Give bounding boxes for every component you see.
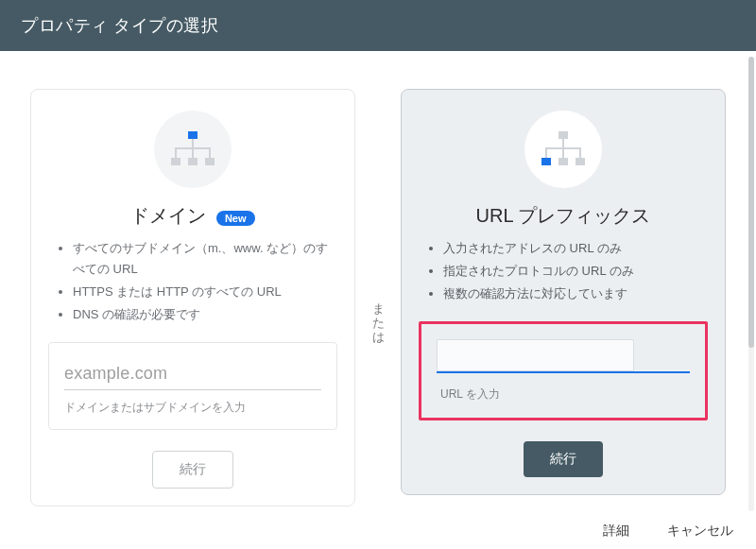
domain-input-block[interactable]: example.com ドメインまたはサブドメインを入力 [48, 342, 337, 430]
domain-input-hint: ドメインまたはサブドメインを入力 [64, 400, 321, 416]
list-item: 入力されたアドレスの URL のみ [443, 238, 708, 259]
svg-rect-2 [188, 158, 198, 165]
details-link[interactable]: 詳細 [603, 523, 629, 540]
vertical-scrollbar[interactable] [748, 57, 754, 511]
modal-title: プロパティ タイプの選択 [21, 14, 218, 37]
svg-rect-4 [558, 131, 568, 139]
sitemap-icon [538, 129, 589, 169]
list-item: DNS の確認が必要です [73, 304, 337, 325]
domain-title-row: ドメイン New [48, 203, 337, 229]
url-icon-circle [524, 111, 602, 188]
url-title-row: URL プレフィックス [419, 203, 708, 229]
svg-rect-0 [188, 131, 198, 139]
property-card-domain[interactable]: ドメイン New すべてのサブドメイン（m.、www. など）のすべての URL… [30, 89, 355, 506]
domain-icon-circle [154, 111, 232, 188]
domain-card-title: ドメイン [130, 203, 206, 229]
svg-rect-6 [558, 158, 568, 165]
url-input-underline [437, 371, 690, 373]
cancel-button[interactable]: キャンセル [667, 523, 733, 540]
svg-rect-7 [576, 158, 585, 165]
url-bullet-list: 入力されたアドレスの URL のみ 指定されたプロトコルの URL のみ 複数の… [419, 238, 708, 304]
svg-rect-5 [541, 158, 551, 165]
svg-rect-3 [205, 158, 215, 165]
list-item: HTTPS または HTTP のすべての URL [73, 282, 337, 302]
new-badge: New [216, 211, 255, 226]
svg-rect-1 [171, 158, 180, 165]
divider-or: または [369, 89, 387, 344]
domain-input[interactable]: example.com [64, 364, 321, 384]
scrollbar-thumb[interactable] [748, 57, 754, 348]
url-input[interactable] [437, 339, 634, 371]
list-item: 複数の確認方法に対応しています [443, 283, 708, 304]
content-area: ドメイン New すべてのサブドメイン（m.、www. など）のすべての URL… [0, 51, 756, 506]
sitemap-icon [167, 129, 218, 169]
url-input-hint: URL を入力 [437, 386, 690, 403]
domain-bullet-list: すべてのサブドメイン（m.、www. など）のすべての URL HTTPS また… [48, 238, 337, 325]
domain-continue-button[interactable]: 続行 [152, 451, 233, 489]
list-item: 指定されたプロトコルの URL のみ [443, 261, 708, 282]
url-card-title: URL プレフィックス [476, 203, 651, 229]
input-underline [64, 389, 321, 390]
url-continue-button[interactable]: 続行 [524, 441, 603, 477]
url-input-highlight: URL を入力 [419, 321, 708, 420]
modal-footer: 詳細 キャンセル [603, 523, 733, 540]
property-card-url-prefix[interactable]: URL プレフィックス 入力されたアドレスの URL のみ 指定されたプロトコル… [401, 89, 726, 495]
modal-header: プロパティ タイプの選択 [0, 0, 756, 51]
list-item: すべてのサブドメイン（m.、www. など）のすべての URL [73, 238, 337, 280]
